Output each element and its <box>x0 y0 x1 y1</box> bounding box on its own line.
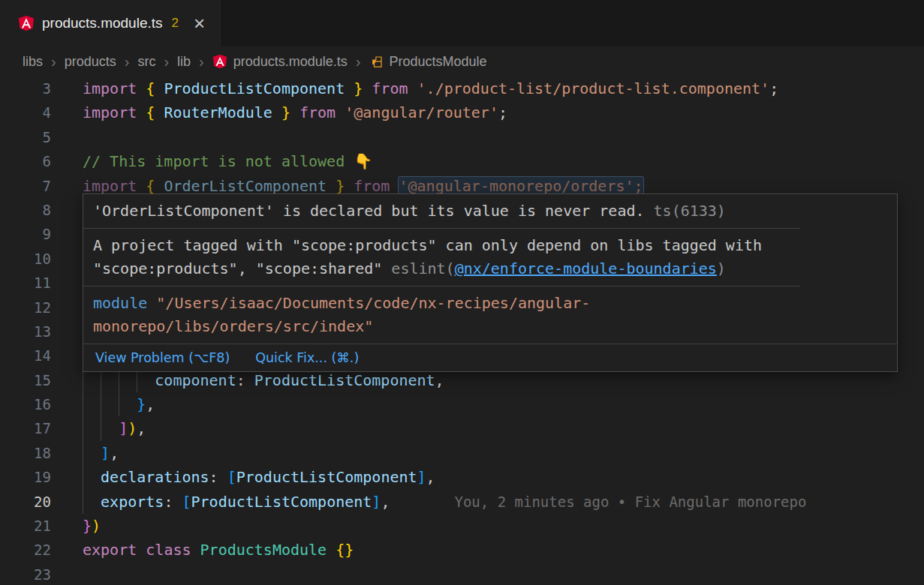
code-token: import <box>83 80 137 98</box>
problem-hover-popup: 'OrderListComponent' is declared but its… <box>83 194 898 372</box>
angular-icon <box>212 54 227 69</box>
code-line-18[interactable]: 18], <box>0 441 924 465</box>
line-number: 23 <box>0 562 51 585</box>
class-icon <box>369 55 384 69</box>
tab-bar: products.module.ts 2 × <box>0 0 924 46</box>
code-token: ProductListComponent <box>164 80 345 98</box>
breadcrumb-separator-icon: › <box>199 53 204 70</box>
code-token: exports <box>101 493 164 511</box>
eslint-rule-link[interactable]: @nx/enforce-module-boundaries <box>455 260 717 278</box>
code-line-3[interactable]: 3import { ProductListComponent } from '.… <box>0 76 924 100</box>
code-token: class <box>146 541 191 559</box>
hover-module-path: module "/Users/isaac/Documents/code/nx-r… <box>83 286 800 344</box>
line-number: 16 <box>0 392 51 416</box>
tab-title: products.module.ts <box>42 15 163 32</box>
code-line-16[interactable]: 16}, <box>0 392 924 416</box>
code-token: ProductListComponent <box>236 468 417 486</box>
breadcrumb-item-products-module-ts[interactable]: products.module.ts <box>212 54 348 70</box>
code-token: from <box>354 177 390 195</box>
tab-problems-badge: 2 <box>170 16 179 31</box>
code-token: , <box>381 493 390 511</box>
code-line-23[interactable]: 23 <box>0 562 924 585</box>
eslint-source-prefix: eslint( <box>391 260 454 278</box>
breadcrumb-label: lib <box>177 54 191 70</box>
editor[interactable]: 3import { ProductListComponent } from '.… <box>0 76 924 585</box>
breadcrumb-separator-icon: › <box>356 53 361 70</box>
line-content <box>51 125 924 149</box>
breadcrumb-item-lib[interactable]: lib <box>177 54 191 70</box>
breadcrumb: libs›products›src›lib›products.module.ts… <box>0 46 924 76</box>
code-token: : <box>209 468 227 486</box>
code-token <box>336 104 345 122</box>
tab-products-module[interactable]: products.module.ts 2 × <box>0 0 221 46</box>
unused-import-squiggle: import { OrderListComponent } from '@ang… <box>83 177 643 195</box>
module-keyword: module <box>93 294 147 312</box>
indent-guide <box>101 392 119 416</box>
breadcrumb-item-src[interactable]: src <box>137 54 155 70</box>
code-token: ) <box>92 517 101 535</box>
code-token: , <box>137 419 146 437</box>
view-problem-action[interactable]: View Problem (⌥F8) <box>95 350 230 366</box>
line-number: 22 <box>0 538 51 562</box>
code-line-5[interactable]: 5 <box>0 125 924 149</box>
code-token: , <box>146 395 155 413</box>
code-token: '@angular-monorepo/orders'; <box>399 177 643 195</box>
line-number: 21 <box>0 514 51 538</box>
code-token <box>137 541 146 559</box>
line-number: 15 <box>0 368 51 392</box>
line-content <box>51 562 924 585</box>
line-number: 13 <box>0 320 51 344</box>
line-content: ]), <box>51 416 924 440</box>
line-number: 8 <box>0 198 51 222</box>
code-token <box>191 541 200 559</box>
line-number: 7 <box>0 174 51 198</box>
breadcrumb-label: products.module.ts <box>233 54 348 70</box>
breadcrumb-item-productsmodule[interactable]: ProductsModule <box>369 54 487 70</box>
code-token: ProductsModule <box>200 541 327 559</box>
breadcrumb-label: ProductsModule <box>390 54 487 70</box>
code-token: : <box>164 493 182 511</box>
quick-fix-action[interactable]: Quick Fix... (⌘.) <box>255 350 359 366</box>
breadcrumb-item-libs[interactable]: libs <box>23 54 43 70</box>
code-line-6[interactable]: 6// This import is not allowed 👇 <box>0 149 924 173</box>
git-blame-annotation: You, 2 minutes ago • Fix Angular monorep… <box>390 494 806 510</box>
line-number: 10 <box>0 247 51 271</box>
code-token: from <box>299 104 336 122</box>
code-token: ] <box>119 419 128 437</box>
code-line-22[interactable]: 22export class ProductsModule {} <box>0 538 924 562</box>
line-content: import { ProductListComponent } from './… <box>51 76 924 100</box>
code-token: } <box>272 104 299 122</box>
module-path-string: "/Users/isaac/Documents/code/nx-recipes/… <box>93 294 590 335</box>
code-token: declarations <box>101 468 209 486</box>
code-line-4[interactable]: 4import { RouterModule } from '@angular/… <box>0 100 924 124</box>
line-content: exports: [ProductListComponent],You, 2 m… <box>51 490 924 514</box>
breadcrumb-item-products[interactable]: products <box>65 54 116 70</box>
hover-actions: View Problem (⌥F8) Quick Fix... (⌘.) <box>83 344 897 371</box>
breadcrumb-label: src <box>137 54 155 70</box>
line-number: 4 <box>0 100 51 124</box>
code-token: ) <box>128 419 137 437</box>
line-number: 17 <box>0 416 51 440</box>
line-number: 18 <box>0 441 51 465</box>
hover-eslint-diagnostic: A project tagged with "scope:products" c… <box>83 228 800 286</box>
code-token: : <box>236 371 254 389</box>
code-token: { <box>137 80 164 98</box>
code-token: } <box>137 395 146 413</box>
close-icon[interactable]: × <box>194 14 205 33</box>
code-token: '@angular/router' <box>345 104 498 122</box>
line-number: 20 <box>0 490 51 514</box>
code-token: './product-list/product-list.component' <box>417 80 770 98</box>
indent-guide <box>83 416 101 440</box>
line-number: 5 <box>0 125 51 149</box>
breadcrumb-separator-icon: › <box>51 53 56 70</box>
code-line-17[interactable]: 17]), <box>0 416 924 440</box>
code-token: OrderListComponent <box>164 177 327 195</box>
code-line-21[interactable]: 21}) <box>0 514 924 538</box>
breadcrumb-separator-icon: › <box>164 53 169 70</box>
code-line-20[interactable]: 20exports: [ProductListComponent],You, 2… <box>0 490 924 514</box>
angular-icon <box>18 15 35 32</box>
code-token: , <box>435 371 444 389</box>
code-token: } <box>345 80 372 98</box>
code-token: ; <box>498 104 507 122</box>
code-line-19[interactable]: 19declarations: [ProductListComponent], <box>0 465 924 489</box>
